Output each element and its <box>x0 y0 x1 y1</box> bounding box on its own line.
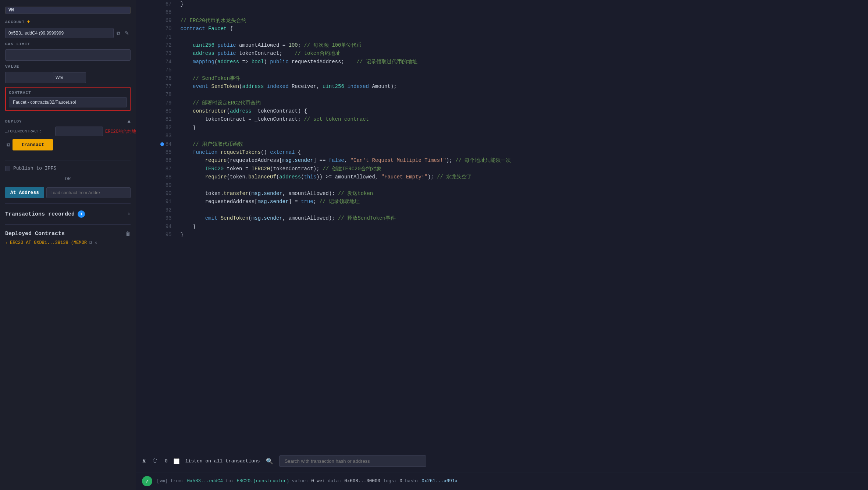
copy-account-button[interactable]: ⧉ <box>115 29 122 38</box>
tx-logs-label: logs: <box>383 479 399 484</box>
line-number: 81 <box>136 115 177 123</box>
at-address-button[interactable]: At Address <box>5 187 44 198</box>
code-line-row: 84 // 用户领取代币函数 <box>136 140 868 148</box>
code-line-row: 70contract Faucet { <box>136 25 868 33</box>
line-number: 82 <box>136 124 177 132</box>
transact-row: ⧉ transact <box>5 139 131 150</box>
code-line-row: 85 function requestTokens() external { <box>136 148 868 156</box>
code-line-row: 93 emit SendToken(msg.sender, amountAllo… <box>136 214 868 222</box>
line-number: 95 <box>136 231 177 239</box>
code-editor: 67}68 69// ERC20代币的水龙头合约70contract Fauce… <box>136 0 868 450</box>
load-contract-input[interactable] <box>46 187 131 198</box>
code-line-row: 73 address public tokenContract; // toke… <box>136 49 868 57</box>
line-number: 93 <box>136 214 177 222</box>
account-select[interactable]: 0x5B3...eddC4 (99.9999999 <box>5 28 114 38</box>
tx-text: [vm] from: 0x5B3...eddC4 to: ERC20.(cons… <box>157 479 458 484</box>
transactions-expand-icon[interactable]: › <box>127 211 131 217</box>
code-line-row: 95} <box>136 231 868 239</box>
edit-account-button[interactable]: ✎ <box>123 29 131 38</box>
code-content: requestedAddress[msg.sender] = true; // … <box>177 198 868 206</box>
account-section-label: ACCOUNT <box>5 20 25 24</box>
tx-data-val: 0x608...00000 <box>344 479 380 484</box>
line-number: 70 <box>136 25 177 33</box>
code-content: mapping(address => bool) public requeste… <box>177 58 868 66</box>
contract-select[interactable]: Faucet - contracts/32/Faucet.sol <box>9 97 127 107</box>
divider <box>5 160 131 160</box>
code-line-row: 87 IERC20 token = IERC20(tokenContract);… <box>136 165 868 173</box>
line-number: 67 <box>136 0 177 8</box>
code-content: address public tokenContract; // token合约… <box>177 49 868 57</box>
code-content: tokenContract = _tokenContract; // set t… <box>177 115 868 123</box>
deploy-collapse-icon[interactable]: ▲ <box>128 118 131 124</box>
line-number: 71 <box>136 33 177 41</box>
code-line-row: 78 <box>136 90 868 99</box>
tx-from-val: 0x5B3...eddC4 <box>187 479 223 484</box>
code-content: uint256 public amountAllowed = 100; // 每… <box>177 41 868 49</box>
contract-name: ERC20 AT 0XD91...39138 (MEMOR <box>10 240 87 245</box>
tx-to-val: ERC20.(constructor) <box>237 479 289 484</box>
code-content <box>177 132 868 140</box>
tx-type: [vm] <box>157 479 168 484</box>
transact-button[interactable]: transact <box>13 139 53 150</box>
line-number: 94 <box>136 223 177 231</box>
gas-limit-input[interactable]: 3000000 <box>5 49 131 61</box>
contract-expand-icon[interactable]: › <box>5 240 8 245</box>
publish-label: Publish to IPFS <box>13 166 56 171</box>
tx-hash-val: 0x261...a691a <box>421 479 458 484</box>
line-number: 68 <box>136 8 177 16</box>
code-line-row: 94 } <box>136 223 868 231</box>
sidebar: VM ACCOUNT + 0x5B3...eddC4 (99.9999999 ⧉… <box>0 0 136 490</box>
line-number: 92 <box>136 206 177 214</box>
success-icon: ✓ <box>142 476 152 486</box>
value-unit-select[interactable]: Wei <box>53 72 86 83</box>
deploy-header: DEPLOY ▲ <box>5 116 131 127</box>
deployed-title: Deployed Contracts <box>5 231 65 237</box>
copy-deploy-button[interactable]: ⧉ <box>7 142 10 148</box>
code-line-row: 82 } <box>136 124 868 132</box>
line-number: 85 <box>136 148 177 156</box>
listen-checkbox[interactable] <box>174 458 179 464</box>
code-content: function requestTokens() external { <box>177 148 868 156</box>
line-number: 88 <box>136 173 177 181</box>
contract-copy-icon[interactable]: ⧉ <box>89 240 92 245</box>
token-contract-input[interactable]: 0xd9145CCE52D <box>55 127 103 136</box>
code-content <box>177 8 868 16</box>
account-row: 0x5B3...eddC4 (99.9999999 ⧉ ✎ <box>5 28 131 38</box>
code-content: } <box>177 124 868 132</box>
publish-checkbox[interactable] <box>5 166 10 171</box>
code-content <box>177 66 868 74</box>
line-number: 91 <box>136 198 177 206</box>
deploy-title: DEPLOY <box>5 119 22 124</box>
code-line-row: 77 event SendToken(address indexed Recei… <box>136 82 868 90</box>
bottom-bar: ⊻ ⏱ 0 listen on all transactions 🔍 <box>136 450 868 472</box>
contract-item: › ERC20 AT 0XD91...39138 (MEMOR ⧉ ✕ <box>5 240 131 245</box>
line-number: 84 <box>136 140 177 148</box>
line-number: 79 <box>136 99 177 107</box>
code-content: constructor(address _tokenContract) { <box>177 107 868 115</box>
line-number: 75 <box>136 66 177 74</box>
value-amount-input[interactable]: 0 <box>5 72 53 83</box>
tx-data-label: data: <box>328 479 344 484</box>
tx-log: ✓ [vm] from: 0x5B3...eddC4 to: ERC20.(co… <box>136 472 868 490</box>
value-label: VALUE <box>0 62 136 70</box>
tx-hash-label: hash: <box>405 479 421 484</box>
code-line-row: 86 require(requestedAddress[msg.sender] … <box>136 156 868 164</box>
search-input[interactable] <box>279 455 426 467</box>
gas-limit-label: GAS LIMIT <box>0 40 136 48</box>
collapse-button[interactable]: ⊻ <box>142 458 146 465</box>
code-line-row: 68 <box>136 8 868 16</box>
line-number: 78 <box>136 90 177 99</box>
line-number: 80 <box>136 107 177 115</box>
add-account-icon[interactable]: + <box>27 19 30 25</box>
code-line-row: 90 token.transfer(msg.sender, amountAllo… <box>136 189 868 198</box>
code-content: // ERC20代币的水龙头合约 <box>177 17 868 25</box>
code-content <box>177 181 868 189</box>
code-content: require(requestedAddress[msg.sender] == … <box>177 156 868 164</box>
contract-remove-icon[interactable]: ✕ <box>95 240 97 245</box>
code-line-row: 89 <box>136 181 868 189</box>
code-content: } <box>177 223 868 231</box>
clear-contracts-icon[interactable]: 🗑 <box>125 231 131 237</box>
vm-badge: VM <box>5 7 131 14</box>
clock-icon[interactable]: ⏱ <box>152 458 158 465</box>
code-line-row: 80 constructor(address _tokenContract) { <box>136 107 868 115</box>
